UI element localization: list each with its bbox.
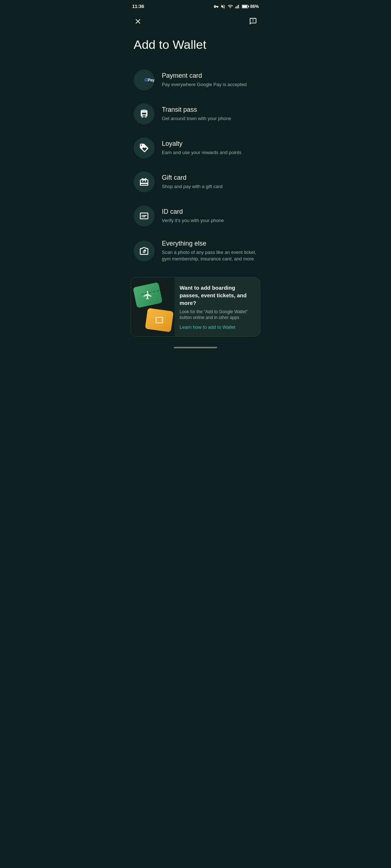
close-icon	[134, 17, 142, 25]
svg-rect-5	[242, 5, 247, 8]
gift-card-icon	[139, 177, 149, 187]
everything-else-icon-wrapper	[134, 241, 155, 261]
close-button[interactable]	[131, 14, 145, 29]
svg-rect-0	[235, 7, 236, 8]
everything-else-title: Everything else	[162, 239, 257, 248]
key-icon	[214, 4, 219, 9]
transit-pass-title: Transit pass	[162, 106, 257, 114]
wifi-icon	[227, 4, 233, 9]
battery-icon	[242, 4, 249, 9]
svg-rect-3	[238, 4, 239, 8]
svg-rect-6	[248, 5, 249, 7]
id-card-icon-wrapper	[134, 205, 155, 226]
ticket-visual	[145, 308, 173, 332]
loyalty-title: Loyalty	[162, 140, 257, 148]
status-bar: 11:36 86%	[125, 0, 266, 11]
list-item-transit-pass[interactable]: Transit pass Get around town with your p…	[128, 98, 263, 130]
svg-rect-2	[237, 5, 238, 8]
list-item-gift-card[interactable]: Gift card Shop and pay with a gift card	[128, 166, 263, 198]
home-bar	[174, 347, 217, 348]
transit-pass-icon-wrapper	[134, 103, 155, 124]
id-card-subtitle: Verify it's you with your phone	[162, 217, 257, 224]
signal-icon	[235, 4, 240, 9]
list-item-loyalty[interactable]: Loyalty Earn and use your rewards and po…	[128, 132, 263, 164]
loyalty-icon	[139, 143, 149, 153]
gift-card-icon-wrapper	[134, 171, 155, 192]
everything-else-subtitle: Scan a photo of any pass like an event t…	[162, 249, 257, 262]
learn-how-link[interactable]: Learn how to add to Wallet	[180, 324, 254, 330]
wallet-options-list: G Pay Payment card Pay everywhere Google…	[125, 64, 266, 268]
svg-rect-1	[236, 6, 237, 8]
gpay-icon: G Pay	[134, 75, 155, 85]
card-body: Look for the "Add to Google Wallet" butt…	[180, 309, 254, 321]
home-indicator	[125, 344, 266, 353]
loyalty-icon-wrapper	[134, 137, 155, 158]
bottom-promo-card: Want to add boarding passes, event ticke…	[131, 277, 260, 337]
id-card-title: ID card	[162, 208, 257, 216]
ticket-icon	[155, 315, 164, 325]
loyalty-text: Loyalty Earn and use your rewards and po…	[162, 140, 257, 156]
list-item-everything-else[interactable]: Everything else Scan a photo of any pass…	[128, 234, 263, 268]
gift-card-subtitle: Shop and pay with a gift card	[162, 183, 257, 190]
top-bar	[125, 11, 266, 34]
transit-icon	[139, 109, 149, 119]
status-icons: 86%	[214, 4, 259, 9]
mute-icon	[220, 4, 226, 9]
boarding-pass-visual	[133, 282, 163, 308]
status-time: 11:36	[132, 4, 144, 9]
battery-display: 86%	[242, 4, 259, 9]
feedback-button[interactable]	[246, 14, 260, 29]
id-card-icon	[139, 211, 149, 221]
transit-pass-subtitle: Get around town with your phone	[162, 115, 257, 122]
payment-card-text: Payment card Pay everywhere Google Pay i…	[162, 72, 257, 88]
transit-pass-text: Transit pass Get around town with your p…	[162, 106, 257, 122]
everything-else-text: Everything else Scan a photo of any pass…	[162, 239, 257, 263]
list-item-payment-card[interactable]: G Pay Payment card Pay everywhere Google…	[128, 64, 263, 96]
feedback-icon	[249, 17, 257, 25]
payment-card-icon-wrapper: G Pay	[134, 69, 155, 90]
card-text-area: Want to add boarding passes, event ticke…	[175, 277, 260, 337]
card-heading: Want to add boarding passes, event ticke…	[180, 284, 254, 307]
gift-card-text: Gift card Shop and pay with a gift card	[162, 174, 257, 190]
payment-card-subtitle: Pay everywhere Google Pay is accepted	[162, 81, 257, 88]
camera-plus-icon	[139, 246, 149, 256]
card-image-area	[131, 277, 175, 337]
id-card-text: ID card Verify it's you with your phone	[162, 208, 257, 224]
airplane-icon	[143, 290, 153, 300]
list-item-id-card[interactable]: ID card Verify it's you with your phone	[128, 200, 263, 232]
payment-card-title: Payment card	[162, 72, 257, 80]
loyalty-subtitle: Earn and use your rewards and points	[162, 149, 257, 156]
page-title: Add to Wallet	[125, 34, 266, 64]
gift-card-title: Gift card	[162, 174, 257, 182]
